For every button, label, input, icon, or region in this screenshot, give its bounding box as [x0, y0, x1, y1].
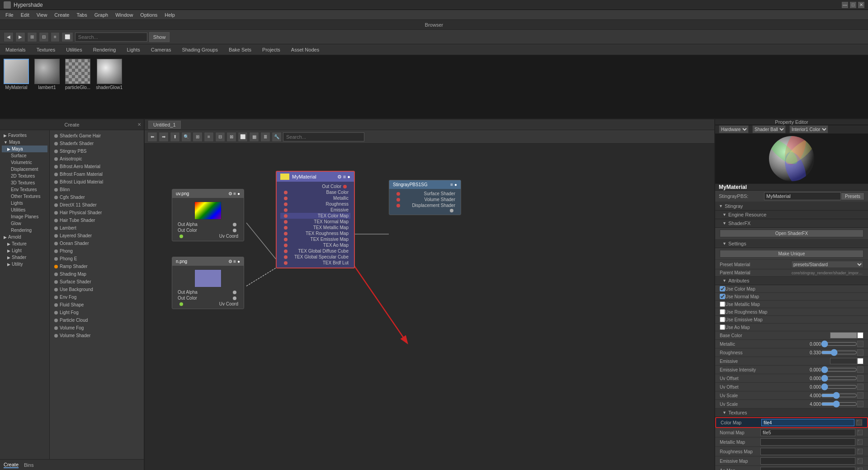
- list-item-10[interactable]: Hair Physical Shader: [52, 209, 142, 216]
- tab-cameras[interactable]: Cameras: [149, 46, 173, 53]
- list-item-7[interactable]: Blinn: [52, 186, 142, 193]
- graph-btn-10[interactable]: ▦: [249, 132, 259, 142]
- port-emissive[interactable]: [284, 208, 288, 212]
- tree-rendering[interactable]: Rendering: [2, 227, 47, 234]
- list-item-24[interactable]: Particle Cloud: [52, 316, 142, 324]
- graph-btn-7[interactable]: ⊟: [215, 132, 225, 142]
- material-thumb-1[interactable]: lambert1: [34, 59, 60, 115]
- graph-search-input[interactable]: [283, 132, 364, 141]
- toolbar-btn-1[interactable]: ◀: [4, 32, 14, 42]
- uv-scale-2-slider[interactable]: [821, 401, 857, 407]
- create-panel-close[interactable]: ✕: [137, 122, 141, 127]
- tree-glow[interactable]: Glow: [2, 220, 47, 227]
- toolbar-btn-4[interactable]: ⊟: [39, 32, 49, 42]
- use-emissive-map-check[interactable]: [720, 317, 725, 322]
- tree-maya-root[interactable]: ▼Maya: [2, 139, 47, 146]
- graph-btn-6[interactable]: ≡: [204, 132, 214, 142]
- viewer-hardware-select[interactable]: Hardware: [719, 125, 749, 133]
- menu-tabs[interactable]: Tabs: [73, 11, 90, 19]
- toolbar-btn-2[interactable]: ▶: [15, 32, 25, 42]
- list-item-11[interactable]: Hair Tube Shader: [52, 216, 142, 224]
- list-item-14[interactable]: Ocean Shader: [52, 240, 142, 247]
- list-item-26[interactable]: Volume Shader: [52, 332, 142, 339]
- port-base-color[interactable]: [284, 191, 288, 194]
- node-main-out-color-port[interactable]: [343, 185, 347, 188]
- section-textures[interactable]: ▼ Textures: [715, 409, 868, 417]
- list-item-13[interactable]: Layered Shader: [52, 232, 142, 240]
- tree-favorites[interactable]: ▶Favorites: [2, 132, 47, 139]
- node-uv-out-alpha-port[interactable]: [233, 223, 236, 226]
- section-engine-resource[interactable]: ▼ Engine Resource: [715, 211, 868, 219]
- menu-graph[interactable]: Graph: [91, 11, 112, 19]
- list-item-6[interactable]: Bifrost Liquid Material: [52, 178, 142, 186]
- graph-btn-8[interactable]: ⊠: [226, 132, 236, 142]
- port-sg-surface[interactable]: [396, 192, 400, 196]
- list-item-8[interactable]: Cgfx Shader: [52, 193, 142, 201]
- color-map-input[interactable]: [761, 419, 854, 426]
- list-item-17[interactable]: Ramp Shader: [52, 263, 142, 270]
- graph-btn-12[interactable]: 🔧: [272, 132, 282, 142]
- tree-surface[interactable]: Surface: [2, 152, 47, 159]
- use-roughness-map-check[interactable]: [720, 309, 725, 315]
- tree-arnold-texture[interactable]: ▶Texture: [2, 240, 47, 247]
- graph-btn-5[interactable]: ⊞: [193, 132, 203, 142]
- browser-search[interactable]: [75, 33, 147, 42]
- preset-material-select[interactable]: presets/Standard: [791, 261, 863, 268]
- bottom-tab-bins[interactable]: Bins: [24, 462, 33, 468]
- uv-offset-1-slider[interactable]: [821, 376, 857, 381]
- tree-3d-textures[interactable]: 3D Textures: [2, 179, 47, 186]
- menu-view[interactable]: View: [33, 11, 51, 19]
- viewer-shaderball-select[interactable]: Shader Ball: [752, 125, 786, 133]
- tab-textures[interactable]: Textures: [35, 46, 57, 53]
- tree-env-textures[interactable]: Env Textures: [2, 186, 47, 193]
- list-item-25[interactable]: Volume Fog: [52, 324, 142, 332]
- graph-btn-4[interactable]: 🔍: [181, 132, 191, 142]
- node-uv-uv-port[interactable]: [179, 235, 183, 238]
- use-color-map-check[interactable]: [720, 286, 725, 291]
- port-tex-color[interactable]: [284, 214, 288, 218]
- node-uv[interactable]: uv.png ⚙ ≡ ● Out Alpha Out Color: [172, 189, 244, 241]
- port-sg-right[interactable]: [450, 209, 453, 212]
- normal-map-link-btn[interactable]: ⬛: [856, 429, 863, 436]
- tab-bake-sets[interactable]: Bake Sets: [227, 46, 253, 53]
- tree-image-planes[interactable]: Image Planes: [2, 213, 47, 220]
- list-item-3[interactable]: Anisotropic: [52, 155, 142, 163]
- port-sg-displacement[interactable]: [396, 204, 400, 207]
- list-item-9[interactable]: DirectX 11 Shader: [52, 201, 142, 209]
- toolbar-btn-3[interactable]: ⊞: [27, 32, 37, 42]
- graph-btn-9[interactable]: ⬜: [238, 132, 248, 142]
- toolbar-btn-6[interactable]: ⬜: [61, 32, 73, 42]
- emissive-map-link-btn[interactable]: ⬛: [856, 457, 863, 465]
- viewer-material-select[interactable]: Interior1 Color: [789, 125, 828, 133]
- port-tex-global-spec[interactable]: [284, 255, 288, 259]
- list-item-20[interactable]: Use Background: [52, 286, 142, 293]
- material-thumb-2[interactable]: particleGlo...: [65, 59, 90, 115]
- material-thumb-3[interactable]: shaderGlow1: [96, 59, 123, 115]
- tree-lights[interactable]: Lights: [2, 200, 47, 207]
- tab-utilities[interactable]: Utilities: [64, 46, 84, 53]
- node-n[interactable]: n.png ⚙ ≡ ● Out Alpha Out Color: [172, 257, 244, 309]
- section-shaderfx[interactable]: ▼ ShaderFX: [715, 219, 868, 228]
- menu-edit[interactable]: Edit: [17, 11, 33, 19]
- graph-btn-11[interactable]: ≣: [260, 132, 270, 142]
- tree-utilities[interactable]: Utilities: [2, 207, 47, 213]
- metallic-slider[interactable]: [821, 341, 857, 347]
- graph-btn-3[interactable]: ⬆: [170, 132, 180, 142]
- tree-volumetric[interactable]: Volumetric: [2, 159, 47, 166]
- node-n-uv-port[interactable]: [179, 302, 183, 306]
- bottom-tab-create[interactable]: Create: [4, 462, 19, 468]
- close-btn[interactable]: ✕: [858, 2, 864, 8]
- port-tex-emissive[interactable]: [284, 238, 288, 241]
- menu-create[interactable]: Create: [51, 11, 73, 19]
- node-stingray-sg[interactable]: StingrayPBS1SG ≡ ● Surface Shader Volume…: [389, 180, 461, 215]
- minimize-btn[interactable]: —: [842, 2, 848, 8]
- roughness-map-input[interactable]: [760, 448, 855, 455]
- metallic-map-link-btn[interactable]: ⬛: [856, 438, 863, 446]
- port-tex-metallic[interactable]: [284, 226, 288, 230]
- port-tex-normal[interactable]: [284, 220, 288, 224]
- list-item-12[interactable]: Lambert: [52, 224, 142, 232]
- tree-2d-textures[interactable]: 2D Textures: [2, 173, 47, 179]
- list-item-23[interactable]: Light Fog: [52, 309, 142, 316]
- node-mymaterial[interactable]: MyMaterial ⚙ ≡ ● Out Color Base Color: [276, 171, 355, 268]
- port-sg-volume[interactable]: [396, 198, 400, 202]
